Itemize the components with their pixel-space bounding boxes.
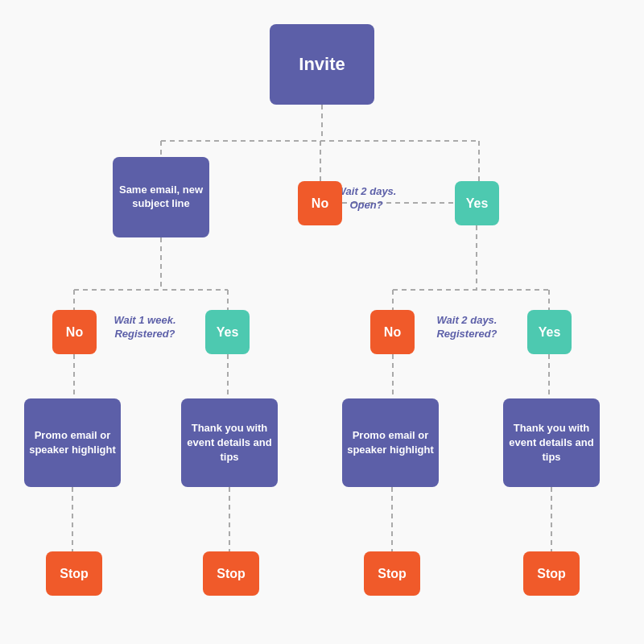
yes-2-node: Yes — [205, 310, 250, 354]
no-1-node: No — [298, 181, 342, 225]
stop-2-node: Stop — [203, 551, 259, 596]
stop1-label: Stop — [60, 567, 89, 581]
promo-1-node: Promo email or speaker highlight — [24, 398, 121, 487]
promo1-label: Promo email or speaker highlight — [24, 428, 121, 457]
stop3-label: Stop — [378, 567, 407, 581]
thankyou1-label: Thank you with event details and tips — [181, 421, 278, 465]
invite-label: Invite — [299, 54, 345, 75]
no-2-node: No — [52, 310, 97, 354]
invite-node: Invite — [270, 24, 374, 105]
wait1week-label: Wait 1 week. Registered? — [109, 314, 181, 341]
flowchart: Invite Same email, new subject line Wait… — [0, 0, 644, 644]
no3-label: No — [384, 325, 401, 340]
wait2days-reg-label: Wait 2 days. Registered? — [431, 314, 503, 341]
stop-3-node: Stop — [364, 551, 420, 596]
thankyou-1-node: Thank you with event details and tips — [181, 398, 278, 487]
promo2-label: Promo email or speaker highlight — [342, 428, 439, 457]
yes2-label: Yes — [217, 325, 239, 340]
stop-4-node: Stop — [523, 551, 580, 596]
stop4-label: Stop — [537, 567, 566, 581]
thankyou2-label: Thank you with event details and tips — [503, 421, 600, 465]
stop2-label: Stop — [217, 567, 246, 581]
yes1-label: Yes — [466, 196, 489, 211]
no-3-node: No — [370, 310, 415, 354]
yes-1-node: Yes — [455, 181, 499, 225]
stop-1-node: Stop — [46, 551, 102, 596]
no2-label: No — [66, 325, 83, 340]
yes-3-node: Yes — [527, 310, 572, 354]
wait2days-open-label: Wait 2 days. Open? — [334, 185, 398, 213]
same-email-node: Same email, new subject line — [113, 157, 209, 237]
thankyou-2-node: Thank you with event details and tips — [503, 398, 600, 487]
same-email-label: Same email, new subject line — [113, 184, 209, 211]
promo-2-node: Promo email or speaker highlight — [342, 398, 439, 487]
no1-label: No — [312, 196, 328, 211]
yes3-label: Yes — [539, 325, 561, 340]
